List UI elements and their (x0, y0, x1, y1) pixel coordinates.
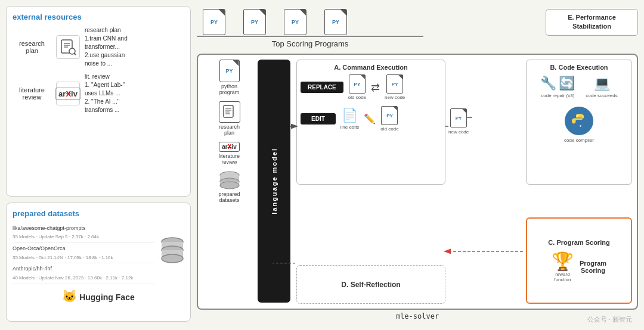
arxiv-small-icon: arXiv (219, 142, 239, 152)
line-edits-label: line edits (340, 124, 360, 130)
reward-function-item: 🏆 rewardfunction (552, 251, 574, 282)
code-repair-item: 🔧 🔄 code repair (x3) (540, 76, 575, 98)
left-panel: external resources researchplan research… (6, 6, 191, 322)
mle-solver-label: mle-solver (197, 312, 638, 320)
code-repair-icons: 🔧 🔄 (540, 76, 575, 91)
research-row: researchplan research plan1.train CNN an… (13, 26, 184, 68)
reward-function-label: rewardfunction (554, 272, 571, 282)
old-code-2-label: old code (380, 126, 398, 132)
py-file-4: PY (324, 9, 347, 35)
code-succeeds-item: 💻 code succeeds (586, 76, 617, 98)
research-plan-label: researchplan (219, 124, 240, 136)
section-b-title: B. Code Execution (530, 64, 628, 71)
old-code-item: PY old code (348, 74, 366, 100)
research-label: researchplan (13, 40, 51, 54)
watermark: 公众号 · 新智元 (587, 315, 632, 324)
py-file-3: PY (284, 9, 306, 35)
py-file-1: PY (203, 9, 225, 35)
py-file-2: PY (243, 9, 266, 35)
language-model-label: language model (271, 148, 278, 214)
replace-arrow-icon: ⇄ (371, 81, 380, 94)
old-code-2-icon: PY (381, 106, 398, 125)
language-model-box: language model (258, 60, 290, 303)
dataset-item: Open-Orca/OpenOrca35 Models · Oct 21.14%… (13, 243, 154, 263)
old-code-icon: PY (349, 74, 366, 94)
hugging-face-label: 🐱 Hugging Face (13, 289, 184, 303)
refresh-icon: 🔄 (559, 76, 575, 91)
new-code-icon: PY (386, 74, 403, 94)
literature-row: literaturereview arXiv lit. review1. "Ag… (13, 73, 184, 114)
research-plan-item: researchplan (204, 101, 255, 136)
section-a-title: A. Command Execution (301, 64, 441, 71)
dataset-list: llka/awesome-chatgpt-prompts35 Models · … (13, 223, 154, 284)
python-program-icon: PY (219, 60, 240, 82)
arxiv-logo: arXiv (55, 88, 80, 100)
py-icon-3: PY (284, 9, 306, 35)
section-c-title: C. Program Scoring (548, 239, 609, 246)
new-code-item: PY new code (385, 74, 405, 100)
wrench-icon: 🔧 (540, 76, 556, 91)
arxiv-icon: arXiv (56, 82, 80, 105)
code-exec-row: 🔧 🔄 code repair (x3) 💻 code succeeds (530, 76, 628, 98)
main-diagram-area: PY PY PY PY Top Scoring Programs E. Perf… (197, 6, 638, 322)
svg-point-10 (162, 254, 183, 263)
performance-stabilization-box: E. PerformanceStabilization (546, 9, 638, 36)
code-compiler-label: code compiler (564, 138, 594, 143)
edit-button: EDIT (301, 113, 336, 124)
python-program-item: PY pythonprogram (204, 60, 255, 95)
edit-icon: ✏️ (364, 113, 376, 124)
py-icon-2: PY (243, 9, 266, 35)
code-succeeds-label: code succeeds (586, 93, 617, 98)
line-edits-icon: 📄 (342, 108, 358, 123)
research-icon (56, 35, 80, 59)
dataset-content: llka/awesome-chatgpt-prompts35 Models · … (13, 223, 184, 284)
prepared-datasets-label: prepareddatasets (218, 191, 240, 203)
literature-review-item: arXiv literaturereview (204, 142, 255, 165)
py-icon-1: PY (203, 9, 225, 35)
new-code-mid-icon: PY (450, 108, 467, 127)
svg-rect-11 (224, 105, 233, 117)
old-code-2-item: PY old code (380, 106, 398, 132)
dataset-item: Anthropic/hh-rlhf40 Models · Update Nov … (13, 263, 154, 284)
literature-label: literaturereview (13, 86, 51, 101)
inputs-column: PY pythonprogram researchplan (204, 60, 255, 209)
py-icon-4: PY (324, 9, 347, 35)
research-plan-icon (219, 101, 240, 123)
python-compiler-icon (565, 107, 593, 135)
prepared-datasets-item: prepareddatasets (204, 171, 255, 203)
dataset-item: llka/awesome-chatgpt-prompts35 Models · … (13, 223, 154, 243)
database-icon (160, 236, 184, 270)
literature-text: lit. review1. "Agent Lab-"uses LLMs ...2… (85, 73, 184, 114)
edit-row: EDIT 📄 line edits ✏️ PY old code (301, 106, 441, 132)
replace-row: REPLACE PY old code ⇄ PY new code (301, 74, 441, 100)
prepared-datasets-box: prepared datasets llka/awesome-chatgpt-p… (6, 203, 191, 322)
research-text: research plan1.train CNN andtransformer.… (85, 26, 184, 68)
code-repair-label: code repair (x3) (541, 93, 574, 98)
line-edits-item: 📄 line edits (340, 108, 360, 130)
prepared-datasets-title: prepared datasets (13, 209, 184, 218)
external-resources-box: external resources researchplan research… (6, 6, 191, 197)
python-program-label: pythonprogram (219, 83, 240, 95)
section-b-box: B. Code Execution 🔧 🔄 code repair (x3) 💻… (526, 60, 632, 185)
svg-point-22 (580, 125, 581, 126)
external-resources-title: external resources (13, 13, 184, 21)
section-d-title: D. Self-Reflection (341, 281, 400, 289)
main-diagram-box: PY pythonprogram researchplan (197, 54, 638, 310)
section-c-box: C. Program Scoring 🏆 rewardfunction Prog… (526, 217, 632, 304)
code-icon: 💻 (594, 76, 610, 91)
replace-button: REPLACE (301, 82, 343, 93)
section-a-box: A. Command Execution REPLACE PY old code… (296, 60, 445, 185)
new-code-mid: PY new code (448, 108, 469, 135)
svg-line-5 (75, 54, 76, 55)
literature-review-label: literaturereview (219, 153, 240, 165)
trophy-icon: 🏆 (552, 251, 574, 272)
new-code-mid-label: new code (448, 129, 469, 135)
top-scoring-label: Top Scoring Programs (197, 36, 423, 48)
section-d-box: D. Self-Reflection (296, 265, 445, 304)
code-compiler-item: code compiler (530, 107, 628, 143)
program-scoring-label: ProgramScoring (580, 260, 606, 274)
old-code-label: old code (348, 95, 366, 100)
svg-point-20 (220, 182, 239, 189)
section-c-content: 🏆 rewardfunction ProgramScoring (552, 251, 606, 282)
new-code-label: new code (385, 95, 405, 100)
